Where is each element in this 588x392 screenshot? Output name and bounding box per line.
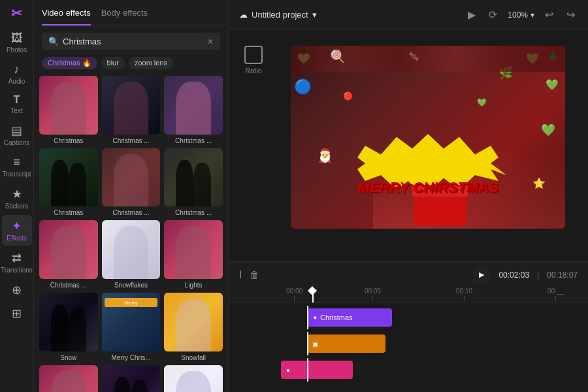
effects-icon: ✦ — [12, 219, 22, 233]
ruler-line — [294, 296, 295, 301]
sidebar-item-captions[interactable]: ▤ Captions — [2, 120, 32, 150]
effect-thumb — [39, 365, 98, 392]
ruler-mark: 00:10 — [456, 287, 472, 302]
effect-name: Christmas ... — [164, 209, 223, 216]
tag-chip-blur[interactable]: blur — [101, 57, 125, 69]
effects-row: Snow Merry Merry Chris... Snowfall — [39, 293, 223, 361]
merry-christmas-text: MERRY CHIRSTMAS — [357, 179, 498, 196]
effect-thumb: Merry — [102, 293, 161, 351]
tab-body-effects[interactable]: Body effects — [101, 8, 148, 25]
effects-row: Christmas Christmas ... Christmas ... — [39, 76, 223, 144]
effect-thumb — [164, 293, 223, 351]
effect-name: Snowfall — [164, 354, 223, 361]
clear-icon[interactable]: ✕ — [207, 37, 214, 46]
zoom-chevron-icon: ▾ — [531, 10, 534, 20]
effect-thumb — [102, 220, 161, 279]
track-label: Christmas — [320, 314, 353, 321]
sidebar-item-transitions[interactable]: ⇄ Transitions — [2, 247, 32, 278]
captions-icon: ▤ — [11, 123, 22, 138]
timeline-tracks: ✦ Christmas ▣ ● — [229, 303, 588, 392]
sidebar-item-effects[interactable]: ✦ Effects — [2, 215, 32, 246]
ruler-time: 00:10 — [456, 287, 472, 295]
effect-item-extra3[interactable] — [164, 365, 223, 392]
ratio-icon — [244, 46, 263, 64]
sidebar-item-stickers[interactable]: ★ Stickers — [2, 183, 32, 214]
cursor-button[interactable]: ⟳ — [486, 6, 500, 24]
stickers-icon: ★ — [12, 187, 22, 201]
sidebar-item-grid[interactable]: ⊞ — [2, 302, 32, 325]
sidebar-item-label: Audio — [8, 78, 25, 85]
sidebar-item-audio[interactable]: ♪ Audio — [2, 59, 32, 89]
effect-thumb — [102, 76, 161, 135]
undo-button[interactable]: ↩ — [542, 6, 556, 24]
current-time: 00:02:03 — [498, 270, 529, 280]
effect-thumb — [164, 76, 223, 135]
time-separator: | — [537, 270, 539, 280]
ruler-time: 00:__ — [547, 287, 564, 295]
video-preview[interactable]: 💚 💚 🍬 🌲 💚 🔵 MERRY CHIRSTMAS 🎅 🌿 🔴 — [291, 46, 565, 229]
canvas-area: Ratio 💚 💚 🍬 🌲 💚 🔵 MERRY CHIRSTMAS 🎅 — [229, 30, 588, 261]
effect-item-extra1[interactable] — [39, 365, 98, 392]
ruler-marks: 00:00 00:05 00:10 00:__ — [234, 287, 583, 302]
search-input[interactable] — [63, 37, 203, 46]
ruler-line — [372, 296, 373, 301]
effect-name: Merry Chris... — [102, 354, 161, 361]
redo-button[interactable]: ↪ — [564, 6, 578, 24]
playhead[interactable] — [312, 287, 314, 302]
total-time: 00:18:07 — [547, 270, 578, 280]
christmas-track[interactable]: ✦ Christmas — [307, 308, 392, 327]
effect-item-christmas2[interactable]: Christmas ... — [102, 76, 161, 144]
effect-item-merrychris[interactable]: Merry Merry Chris... — [102, 293, 161, 361]
effect-thumb — [39, 76, 98, 135]
sidebar-item-more[interactable]: ⊕ — [2, 279, 32, 301]
track-row-pink: ● — [229, 358, 588, 382]
effects-tabs: Video effects Body effects — [34, 0, 228, 26]
zoom-control[interactable]: 100% ▾ — [508, 10, 534, 20]
sidebar-item-text[interactable]: T Text — [2, 90, 32, 118]
effects-grid: Christmas Christmas ... Christmas ... — [34, 76, 228, 392]
effect-item-christmas6[interactable]: Christmas ... — [164, 148, 223, 217]
effect-item-christmas3[interactable]: Christmas ... — [164, 76, 223, 144]
pink-track[interactable]: ● — [281, 361, 353, 379]
effect-thumb — [39, 148, 98, 207]
play-preview-button[interactable]: ▶ — [465, 6, 478, 24]
ruler-line — [555, 296, 556, 301]
play-button[interactable]: ▶ — [472, 266, 491, 284]
cursor-tool-button[interactable]: I — [239, 269, 242, 281]
effect-name: Christmas ... — [164, 137, 223, 144]
tag-chip-christmas[interactable]: Christmas 🔥 — [42, 57, 97, 69]
effect-item-extra2[interactable] — [102, 365, 161, 392]
sidebar-item-photos[interactable]: 🖼 Photos — [2, 27, 32, 57]
playhead-track-line — [307, 332, 308, 355]
search-icon: 🔍 — [48, 37, 59, 46]
orange-track[interactable]: ▣ — [307, 335, 385, 353]
effect-item-christmas4[interactable]: Christmas — [39, 148, 98, 217]
effect-item-snowfall[interactable]: Snowfall — [164, 293, 223, 361]
sidebar-item-label: Stickers — [5, 203, 29, 210]
effect-item-snow[interactable]: Snow — [39, 293, 98, 361]
effect-item-lights[interactable]: Lights — [164, 220, 223, 289]
effect-item-christmas5[interactable]: Christmas ... — [102, 148, 161, 217]
effect-thumb — [164, 365, 223, 392]
effect-thumb — [102, 365, 161, 392]
ruler-time: 00:05 — [365, 287, 381, 295]
effect-name: Christmas ... — [102, 209, 161, 216]
zoom-level: 100% — [508, 10, 528, 20]
ruler-time: 00:00 — [286, 287, 302, 295]
effect-item-christmas1[interactable]: Christmas — [39, 76, 98, 144]
effect-thumb — [102, 148, 161, 207]
delete-tool-button[interactable]: 🗑 — [250, 269, 259, 280]
tag-chip-zoomlens[interactable]: zoom lens — [129, 57, 173, 69]
sidebar-item-label: Effects — [7, 235, 26, 242]
effect-item-snowflakes[interactable]: Snowflakes — [102, 220, 161, 289]
effect-name: Christmas — [39, 209, 98, 216]
ratio-button[interactable]: Ratio — [239, 41, 268, 80]
tab-video-effects[interactable]: Video effects — [42, 8, 91, 25]
project-name[interactable]: ☁ Untitled project ▾ — [239, 10, 317, 20]
effect-item-christmas7[interactable]: Christmas ... — [39, 220, 98, 289]
effect-name: Snowflakes — [102, 282, 161, 289]
effects-row: Christmas Christmas ... Christmas ... — [39, 148, 223, 217]
app-logo: ✂ — [11, 5, 22, 21]
sidebar-item-transcript[interactable]: ≡ Transcript — [2, 152, 32, 182]
timeline-ruler: 00:00 00:05 00:10 00:__ — [229, 287, 588, 303]
